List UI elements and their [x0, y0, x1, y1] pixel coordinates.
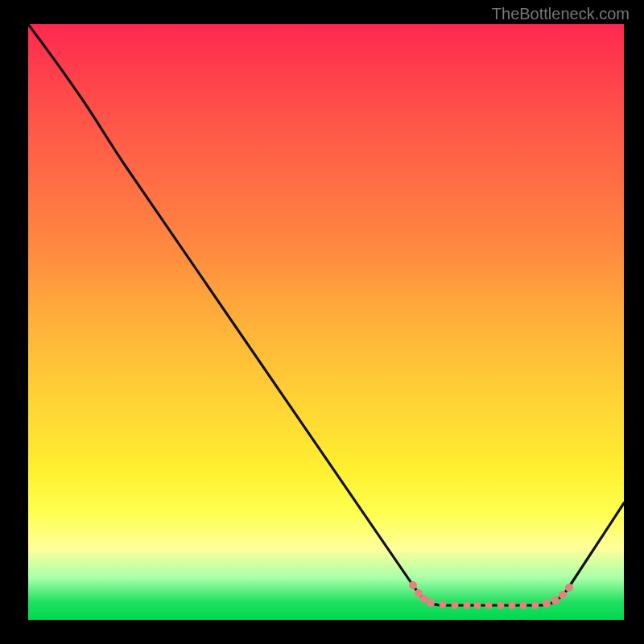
- svg-point-10: [509, 602, 516, 609]
- svg-point-0: [409, 581, 417, 589]
- svg-point-14: [551, 597, 559, 605]
- chart-container: TheBottleneck.com: [0, 0, 644, 644]
- svg-point-11: [520, 602, 527, 609]
- optimal-zone-markers: [409, 581, 573, 609]
- svg-point-8: [485, 602, 493, 609]
- svg-point-6: [464, 602, 471, 609]
- svg-point-16: [565, 584, 573, 592]
- plot-area: [28, 24, 624, 620]
- svg-point-9: [497, 602, 505, 609]
- svg-point-3: [427, 599, 435, 607]
- svg-point-12: [532, 602, 539, 609]
- svg-point-4: [440, 601, 447, 609]
- curve-svg: [28, 24, 624, 620]
- watermark-text: TheBottleneck.com: [492, 5, 630, 23]
- svg-point-13: [543, 600, 551, 608]
- svg-point-7: [474, 602, 481, 609]
- bottleneck-curve: [28, 24, 624, 605]
- svg-point-15: [559, 591, 567, 599]
- svg-point-5: [452, 602, 459, 609]
